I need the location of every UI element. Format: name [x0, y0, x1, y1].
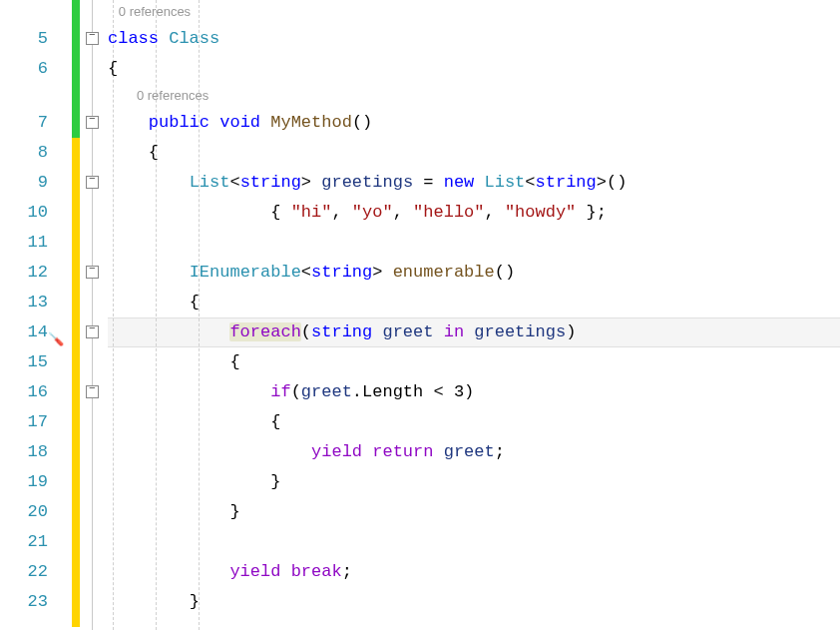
line-number: 14 🪛 — [0, 317, 48, 347]
code-line[interactable]: yield return greet; — [108, 437, 840, 467]
fold-gutter — [84, 0, 108, 630]
line-number: 21 — [0, 527, 48, 557]
line-number: 17 — [0, 407, 48, 437]
code-line[interactable]: { — [108, 288, 840, 317]
fold-toggle[interactable] — [86, 266, 99, 279]
fold-toggle[interactable] — [86, 176, 99, 189]
codelens-references[interactable]: 0 references — [108, 0, 840, 24]
fold-toggle[interactable] — [86, 385, 99, 398]
fold-toggle[interactable] — [86, 116, 99, 129]
code-line[interactable]: { — [108, 138, 840, 168]
code-line[interactable]: { — [108, 54, 840, 84]
code-line[interactable]: } — [108, 497, 840, 527]
line-number: 6 — [0, 54, 48, 84]
code-line[interactable]: class Class — [108, 24, 840, 54]
code-line[interactable]: foreach(string greet in greetings) — [108, 317, 840, 347]
code-line[interactable]: { — [108, 347, 840, 377]
code-editor: 5 6 7 8 9 10 11 12 13 14 🪛 15 16 17 18 1… — [0, 0, 840, 630]
line-number: 18 — [0, 437, 48, 467]
codelens-references[interactable]: 0 references — [108, 84, 840, 108]
code-line[interactable]: } — [108, 587, 840, 617]
line-number: 23 — [0, 587, 48, 617]
line-number: 11 — [0, 228, 48, 258]
line-number: 8 — [0, 138, 48, 168]
code-line[interactable]: yield break; — [108, 557, 840, 587]
code-line[interactable]: List<string> greetings = new List<string… — [108, 168, 840, 198]
code-line[interactable]: { — [108, 407, 840, 437]
code-line[interactable]: } — [108, 467, 840, 497]
code-line[interactable] — [108, 527, 840, 557]
line-number: 7 — [0, 108, 48, 138]
code-line[interactable]: { "hi", "yo", "hello", "howdy" }; — [108, 198, 840, 228]
line-number: 12 — [0, 258, 48, 288]
line-number: 22 — [0, 557, 48, 587]
code-line[interactable]: if(greet.Length < 3) — [108, 377, 840, 407]
change-marker-gutter — [56, 0, 74, 630]
fold-toggle[interactable] — [86, 325, 99, 338]
code-line[interactable] — [108, 228, 840, 258]
line-number: 5 — [0, 24, 48, 54]
line-number-gutter: 5 6 7 8 9 10 11 12 13 14 🪛 15 16 17 18 1… — [0, 0, 56, 630]
code-line[interactable]: IEnumerable<string> enumerable() — [108, 258, 840, 288]
code-text-area[interactable]: 0 references class Class { 0 references … — [108, 0, 840, 630]
code-line[interactable]: public void MyMethod() — [108, 108, 840, 138]
line-number: 20 — [0, 497, 48, 527]
line-number: 15 — [0, 347, 48, 377]
fold-toggle[interactable] — [86, 32, 99, 45]
line-number: 9 — [0, 168, 48, 198]
line-number: 19 — [0, 467, 48, 497]
line-number: 10 — [0, 198, 48, 228]
line-number: 13 — [0, 288, 48, 317]
line-number: 16 — [0, 377, 48, 407]
